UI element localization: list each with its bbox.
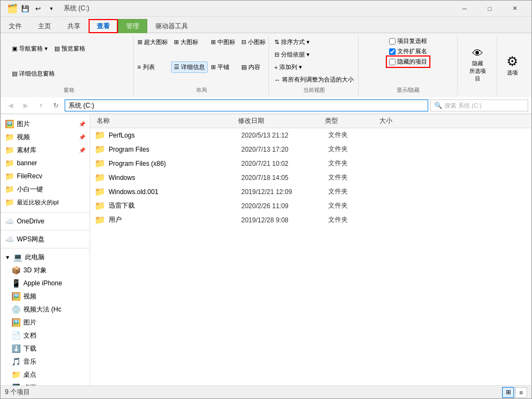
file-item-xunlei[interactable]: 📁 迅雷下载 2020/2/26 11:09 文件夹: [90, 199, 531, 213]
refresh-btn[interactable]: ↻: [49, 99, 62, 112]
ribbon-group-panes: ▣ 导航窗格 ▾ ▤ 预览窗格 ▤ 详细信息窗格 窗格: [5, 35, 134, 95]
sidebar-item-zaodian[interactable]: 📁 桌点: [1, 368, 90, 381]
sort-by-btn[interactable]: ⇅ 排序方式 ▾: [272, 36, 312, 48]
windows-folder-icon: 📁: [95, 172, 105, 183]
sidebar-item-3d-objects[interactable]: 📦 3D 对象: [1, 264, 90, 277]
add-col-btn[interactable]: + 添加列 ▾: [272, 61, 305, 73]
sidebar-item-desktop[interactable]: 🖥️ 桌面: [1, 381, 90, 385]
hidden-items-label[interactable]: 隐藏的项目: [387, 57, 429, 66]
sidebar-item-documents[interactable]: 📄 文档: [1, 329, 90, 342]
pin-icon: 📌: [79, 121, 85, 127]
tab-manage[interactable]: 管理: [118, 19, 147, 33]
sidebar: 🖼️ 图片 📌 📁 视频 📌 📁 素材库 📌 📁 banner: [1, 114, 90, 385]
fit-all-btn[interactable]: ↔ 将所有列调整为合适的大小: [272, 74, 356, 85]
list-icon: ≡: [137, 64, 141, 70]
tab-file[interactable]: 文件: [1, 19, 30, 33]
item-checkbox[interactable]: [389, 38, 396, 45]
content-btn[interactable]: ▤ 内容: [239, 61, 268, 73]
file-item-perflogs[interactable]: 📁 PerfLogs 2020/5/13 21:12 文件夹: [90, 128, 531, 142]
col-type-header[interactable]: 类型: [323, 115, 377, 127]
program-files-x86-icon: 📁: [95, 158, 105, 169]
medium-icon-btn[interactable]: ⊞ 中图标: [208, 36, 238, 48]
col-date-header[interactable]: 修改日期: [236, 115, 323, 127]
tab-view[interactable]: 查看: [89, 19, 118, 33]
more-qa-btn[interactable]: ▾: [45, 3, 57, 15]
sidebar-item-videos-pc[interactable]: 🖼️ 视频: [1, 290, 90, 303]
ribbon-tabs: 文件 主页 共享 查看 管理 驱动器工具: [1, 17, 531, 33]
sidebar-item-apple-iphone[interactable]: 📱 Apple iPhone: [1, 277, 90, 290]
sidebar-item-downloads[interactable]: ⬇️ 下载: [1, 342, 90, 355]
search-box[interactable]: 🔍 搜索 系统 (C:): [430, 99, 528, 111]
col-size-header[interactable]: 大小: [377, 115, 421, 127]
list-view-btn[interactable]: ≡: [515, 387, 527, 398]
tab-home[interactable]: 主页: [30, 19, 59, 33]
small-icon-btn[interactable]: ⊟ 小图标: [239, 36, 268, 48]
nav-pane-btn[interactable]: ▣ 导航窗格 ▾: [9, 43, 51, 54]
sidebar-item-onedrive[interactable]: ☁️ OneDrive: [1, 215, 90, 228]
materials-icon: 📁: [5, 146, 14, 154]
videodalaw-icon: 💿: [11, 305, 21, 314]
show-hide-label: 显示/隐藏: [397, 85, 420, 94]
grid-view-btn[interactable]: ⊞: [502, 387, 514, 398]
tab-share[interactable]: 共享: [59, 19, 89, 33]
hide-btn[interactable]: 👁 隐藏 所选项目: [463, 45, 492, 85]
sidebar-item-recent-ipl[interactable]: 📁 最近比较火的ipl: [1, 196, 90, 209]
details-btn[interactable]: ☰ 详细信息: [171, 61, 208, 73]
file-item-program-files-x86[interactable]: 📁 Program Files (x86) 2020/7/21 10:02 文件…: [90, 157, 531, 171]
up-btn[interactable]: ↑: [34, 99, 47, 112]
window-icon: 🗂️: [7, 3, 18, 14]
quick-access-section: 🖼️ 图片 📌 📁 视频 📌 📁 素材库 📌 📁 banner: [1, 116, 90, 210]
file-ext-label[interactable]: 文件扩展名: [387, 47, 429, 56]
file-list-header: 名称 修改日期 类型 大小: [90, 114, 531, 128]
current-view-content: ⇅ 排序方式 ▾ ⊟ 分组依据 ▾ + 添加列 ▾ ↔ 将所有列调整为合适的大小: [272, 36, 356, 85]
save-qa-btn[interactable]: 💾: [19, 3, 31, 15]
maximize-btn[interactable]: □: [477, 1, 502, 17]
add-col-arrow: ▾: [299, 64, 302, 71]
tab-drive-tools[interactable]: 驱动器工具: [147, 19, 196, 33]
extra-large-icon-btn[interactable]: ⊞ 超大图标: [135, 36, 171, 48]
group-by-btn[interactable]: ⊟ 分组依据 ▾: [272, 49, 312, 60]
col-name-header[interactable]: 名称: [95, 115, 236, 127]
sidebar-item-this-pc[interactable]: ▼ 💻 此电脑: [1, 251, 90, 264]
users-icon: 📁: [95, 215, 105, 225]
close-btn[interactable]: ✕: [502, 1, 527, 17]
sidebar-item-pictures-pc[interactable]: 🖼️ 图片: [1, 316, 90, 329]
pin3-icon: 📌: [79, 147, 85, 153]
back-btn[interactable]: ◀: [4, 99, 17, 112]
videos-qa-icon: 📁: [5, 133, 14, 141]
file-item-windows-old[interactable]: 📁 Windows.old.001 2019/12/21 12:09 文件夹: [90, 185, 531, 199]
sidebar-item-videos[interactable]: 📁 视频 📌: [1, 130, 90, 144]
documents-icon: 📄: [11, 331, 21, 340]
forward-btn[interactable]: ▶: [19, 99, 32, 112]
sidebar-item-wps[interactable]: ☁️ WPS网盘: [1, 233, 90, 246]
divider3: [1, 248, 90, 248]
file-item-program-files[interactable]: 📁 Program Files 2020/7/13 17:20 文件夹: [90, 142, 531, 157]
sidebar-item-xiaobaiyijian[interactable]: 📁 小白一键: [1, 183, 90, 196]
list-btn[interactable]: ≡ 列表: [135, 61, 171, 73]
preview-pane-btn[interactable]: ▤ 预览窗格: [52, 43, 88, 54]
file-item-windows[interactable]: 📁 Windows 2020/7/18 14:05 文件夹: [90, 171, 531, 185]
item-checkbox-label[interactable]: 项目复选框: [387, 36, 429, 46]
sidebar-item-pictures[interactable]: 🖼️ 图片 📌: [1, 117, 90, 130]
hidden-items-checkbox[interactable]: [389, 59, 396, 65]
sidebar-item-music[interactable]: 🎵 音乐: [1, 355, 90, 368]
address-bar: ◀ ▶ ↑ ↻ 系统 (C:) 🔍 搜索 系统 (C:): [1, 97, 531, 114]
file-ext-checkbox[interactable]: [389, 48, 396, 55]
xunlei-icon: 📁: [95, 201, 105, 211]
address-path[interactable]: 系统 (C:): [65, 99, 428, 111]
file-item-users[interactable]: 📁 用户 2019/12/28 9:08 文件夹: [90, 213, 531, 227]
sidebar-item-materials[interactable]: 📁 素材库 📌: [1, 144, 90, 157]
ribbon-group-layout: ⊞ 超大图标 ⊞ 大图标 ⊞ 中图标 ⊟ 小图标 ≡ 列表: [135, 35, 269, 95]
nav-pane-arrow: ▾: [45, 45, 48, 52]
undo-qa-btn[interactable]: ↩: [32, 3, 44, 15]
layout-label: 布局: [196, 85, 207, 94]
options-btn[interactable]: ⚙ 选项: [502, 52, 523, 79]
tiles-btn[interactable]: ⊞ 平铺: [208, 61, 238, 73]
minimize-btn[interactable]: ─: [452, 1, 477, 17]
details-pane-btn[interactable]: ▤ 详细信息窗格: [9, 68, 58, 79]
sidebar-item-videodalaw[interactable]: 💿 视频大法 (Hc: [1, 303, 90, 316]
sidebar-item-banner[interactable]: 📁 banner: [1, 157, 90, 170]
large-icon-btn[interactable]: ⊞ 大图标: [171, 36, 208, 48]
sidebar-item-filerecv[interactable]: 📁 FileRecv: [1, 170, 90, 183]
medium-icon-icon: ⊞: [211, 39, 216, 46]
